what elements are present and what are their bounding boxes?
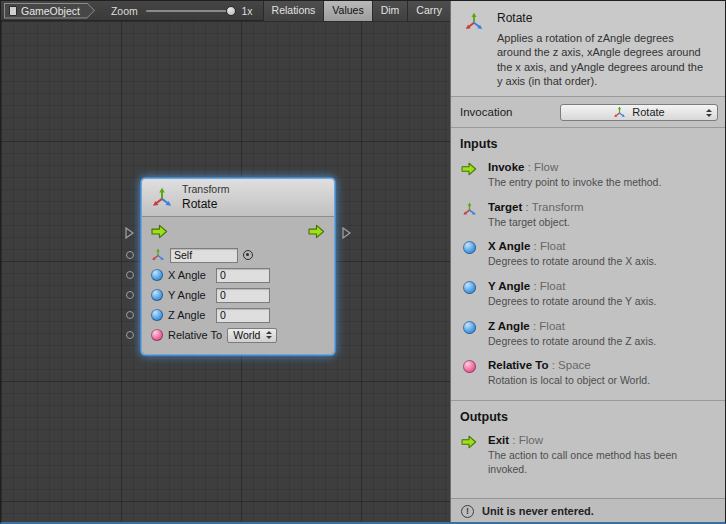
warning-text: Unit is never entered. <box>482 505 594 517</box>
input-item-z-angle: Z AngleFloat Degrees to rotate around th… <box>451 317 726 357</box>
input-item-invoke: InvokeFlow The entry point to invoke the… <box>451 158 726 198</box>
relative-to-row: Relative To World <box>151 325 325 345</box>
inspector-panel: Rotate Applies a rotation of zAngle degr… <box>450 1 726 523</box>
float-dot-icon <box>151 289 163 301</box>
flow-arrow-icon <box>460 434 478 476</box>
space-dot-icon <box>151 329 163 341</box>
invoke-arrow-icon[interactable] <box>151 224 168 239</box>
inputs-header: Inputs <box>451 128 726 158</box>
tab-relations[interactable]: Relations <box>263 1 324 21</box>
warning-icon: ! <box>461 505 474 518</box>
x-angle-label: X Angle <box>168 269 211 281</box>
tab-dim[interactable]: Dim <box>372 1 408 21</box>
zoom-slider-track <box>146 10 235 12</box>
popup-caret-icon <box>706 109 712 117</box>
target-port[interactable] <box>126 251 134 259</box>
invocation-row: Invocation Rotate <box>451 97 726 128</box>
flow-input-port[interactable] <box>125 225 134 243</box>
invocation-dropdown[interactable]: Rotate <box>560 104 718 121</box>
float-dot-icon <box>460 240 478 269</box>
float-dot-icon <box>460 280 478 309</box>
x-angle-field[interactable] <box>216 268 270 283</box>
float-dot-icon <box>151 309 163 321</box>
input-item-y-angle: Y AngleFloat Degrees to rotate around th… <box>451 277 726 317</box>
self-field[interactable] <box>170 248 238 263</box>
transform-rotate-node[interactable]: Transform Rotate X Angle <box>142 179 334 354</box>
node-header[interactable]: Transform Rotate <box>142 179 334 217</box>
zoom-value: 1x <box>241 5 252 17</box>
output-item-exit: ExitFlow The action to call once method … <box>451 431 726 484</box>
transform-icon <box>460 201 478 230</box>
transform-icon <box>613 106 626 119</box>
graph-canvas[interactable]: Transform Rotate X Angle <box>1 21 450 524</box>
y-angle-row: Y Angle <box>151 285 325 305</box>
relative-to-label: Relative To <box>168 329 222 341</box>
float-dot-icon <box>151 269 163 281</box>
x-angle-port[interactable] <box>126 271 134 279</box>
node-subtitle: Rotate <box>182 197 229 212</box>
z-angle-port[interactable] <box>126 311 134 319</box>
exit-arrow-icon[interactable] <box>308 224 325 239</box>
self-row <box>151 245 325 265</box>
y-angle-label: Y Angle <box>168 289 211 301</box>
inspector-description: Applies a rotation of zAngle degrees aro… <box>497 31 711 88</box>
y-angle-port[interactable] <box>126 291 134 299</box>
inspector-title: Rotate <box>497 11 711 25</box>
inspector-header: Rotate Applies a rotation of zAngle degr… <box>451 1 726 97</box>
input-item-x-angle: X AngleFloat Degrees to rotate around th… <box>451 237 726 277</box>
input-item-target: TargetTransform The target object. <box>451 198 726 238</box>
flow-arrow-icon <box>460 161 478 190</box>
transform-icon <box>464 12 484 32</box>
relative-to-dropdown[interactable]: World <box>227 328 277 343</box>
y-angle-field[interactable] <box>216 288 270 303</box>
outputs-section: Outputs ExitFlow The action to call once… <box>451 400 726 484</box>
z-angle-label: Z Angle <box>168 309 211 321</box>
relative-to-port[interactable] <box>126 331 134 339</box>
node-body: X Angle Y Angle Z Angle Relative To <box>142 217 334 354</box>
flow-output-port[interactable] <box>342 225 351 243</box>
relative-to-value: World <box>233 329 260 341</box>
zoom-slider-knob[interactable] <box>226 6 236 16</box>
invocation-label: Invocation <box>460 106 512 118</box>
breadcrumb[interactable]: GameObject <box>4 3 95 19</box>
warning-bar: ! Unit is never entered. <box>451 498 726 523</box>
space-dot-icon <box>460 359 478 388</box>
bolt-graph-window: GameObject Zoom 1x Relations Values Dim … <box>0 0 726 524</box>
z-angle-field[interactable] <box>216 308 270 323</box>
zoom-slider[interactable] <box>146 5 235 17</box>
float-dot-icon <box>460 320 478 349</box>
node-title: Transform <box>182 183 229 196</box>
gameobject-icon <box>9 6 17 16</box>
x-angle-row: X Angle <box>151 265 325 285</box>
object-picker-icon[interactable] <box>243 250 253 260</box>
input-item-relative-to: Relative ToSpace Rotation is local to ob… <box>451 356 726 396</box>
invocation-value: Rotate <box>632 106 664 118</box>
zoom-label: Zoom <box>111 5 138 17</box>
graph-toolbar: GameObject Zoom 1x Relations Values Dim … <box>1 1 450 21</box>
toolbar-tabs: Relations Values Dim Carry <box>263 1 450 21</box>
outputs-header: Outputs <box>451 401 726 431</box>
z-angle-row: Z Angle <box>151 305 325 325</box>
tab-carry[interactable]: Carry <box>407 1 450 21</box>
tab-values[interactable]: Values <box>323 1 371 21</box>
popup-caret-icon <box>266 331 272 339</box>
transform-icon <box>151 187 173 209</box>
transform-icon <box>151 248 165 262</box>
breadcrumb-label: GameObject <box>21 5 80 17</box>
